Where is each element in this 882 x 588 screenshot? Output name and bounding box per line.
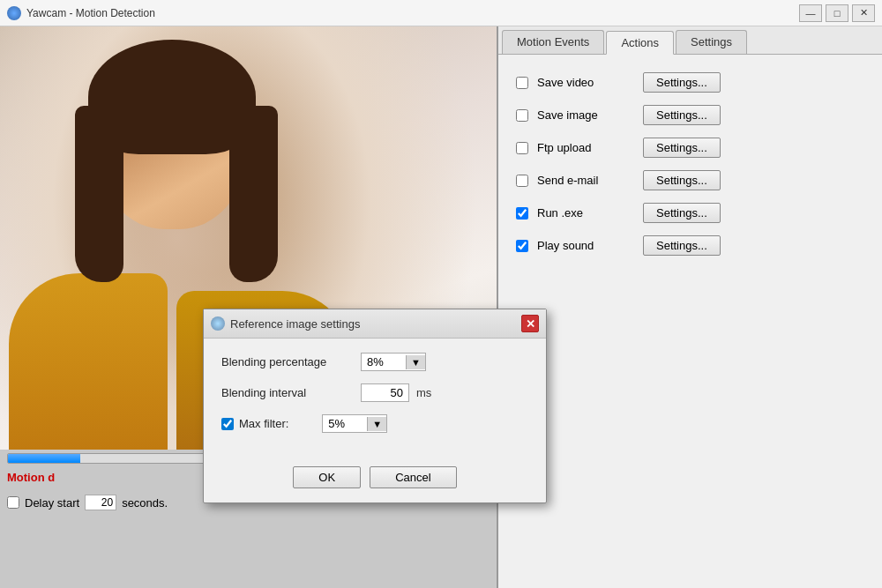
max-filter-checkbox[interactable]: [221, 418, 234, 430]
dialog-title: Reference image settings: [230, 317, 360, 331]
blending-interval-label: Blending interval: [221, 386, 354, 399]
ok-button[interactable]: OK: [293, 466, 361, 488]
blending-interval-input[interactable]: [361, 383, 409, 402]
dialog-overlay: Reference image settings ✕ Blending perc…: [0, 0, 882, 588]
blending-percentage-select-wrapper[interactable]: ▼: [361, 353, 426, 371]
max-filter-select-wrapper[interactable]: ▼: [322, 414, 387, 433]
blending-interval-row: Blending interval ms: [221, 383, 528, 402]
dialog-titlebar-left: Reference image settings: [211, 316, 360, 331]
blending-percentage-input[interactable]: [362, 354, 406, 370]
dialog-close-button[interactable]: ✕: [521, 315, 539, 332]
dialog-body: Blending percentage ▼ Blending interval …: [204, 339, 546, 459]
dialog-titlebar: Reference image settings ✕: [204, 309, 546, 339]
reference-image-dialog: Reference image settings ✕ Blending perc…: [203, 309, 547, 503]
blending-interval-unit: ms: [416, 386, 431, 399]
dialog-footer: OK Cancel: [204, 459, 546, 502]
max-filter-row: Max filter: ▼: [221, 414, 528, 433]
max-filter-checkbox-row: Max filter:: [221, 417, 315, 430]
max-filter-dropdown-arrow[interactable]: ▼: [367, 417, 386, 431]
max-filter-input[interactable]: [323, 415, 367, 432]
blending-percentage-label: Blending percentage: [221, 355, 354, 368]
blending-percentage-row: Blending percentage ▼: [221, 353, 528, 371]
blending-percentage-dropdown-arrow[interactable]: ▼: [406, 355, 425, 369]
max-filter-label: Max filter:: [239, 417, 288, 430]
dialog-icon: [211, 316, 225, 331]
cancel-button[interactable]: Cancel: [370, 466, 456, 488]
